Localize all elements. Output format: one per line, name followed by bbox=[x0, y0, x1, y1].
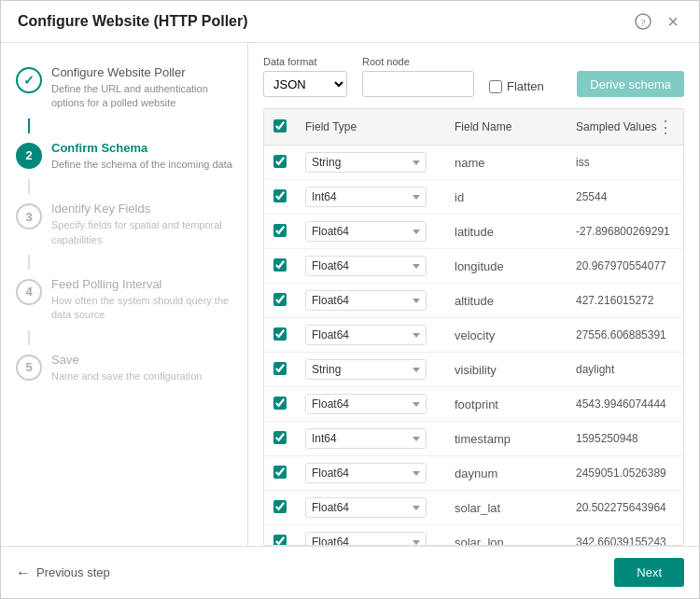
field-name-cell: longitude bbox=[445, 249, 567, 284]
select-all-checkbox[interactable] bbox=[273, 119, 287, 132]
root-node-input[interactable] bbox=[362, 71, 474, 97]
step-1-indicator: ✓ bbox=[16, 67, 42, 93]
step-4-content: Feed Polling Interval How often the syst… bbox=[51, 277, 232, 323]
row-checkbox[interactable] bbox=[273, 362, 287, 375]
row-checkbox[interactable] bbox=[273, 431, 287, 444]
table-row: StringInt64Float64BooleanDateDateOnlyTim… bbox=[264, 387, 683, 422]
close-icon[interactable]: × bbox=[664, 12, 682, 31]
field-type-select[interactable]: StringInt64Float64BooleanDateDateOnlyTim… bbox=[305, 152, 427, 173]
field-type-cell: StringInt64Float64BooleanDateDateOnlyTim… bbox=[296, 456, 445, 491]
field-type-cell: StringInt64Float64BooleanDateDateOnlyTim… bbox=[296, 525, 445, 547]
field-type-select[interactable]: StringInt64Float64BooleanDateDateOnlyTim… bbox=[305, 256, 427, 276]
row-checkbox-cell bbox=[264, 353, 296, 387]
row-checkbox[interactable] bbox=[273, 258, 287, 272]
field-type-cell: StringInt64Float64BooleanDateDateOnlyTim… bbox=[296, 491, 445, 525]
table-row: StringInt64Float64BooleanDateDateOnlyTim… bbox=[264, 456, 683, 491]
column-more-icon[interactable]: ⋮ bbox=[657, 117, 674, 137]
sampled-value-cell: iss bbox=[567, 146, 683, 180]
field-type-select[interactable]: StringInt64Float64BooleanDateDateOnlyTim… bbox=[305, 325, 427, 345]
field-type-cell: StringInt64Float64BooleanDateDateOnlyTim… bbox=[296, 387, 445, 422]
step-4-title: Feed Polling Interval bbox=[51, 277, 232, 291]
step-4-indicator: 4 bbox=[16, 279, 42, 305]
field-type-select[interactable]: StringInt64Float64BooleanDateDateOnlyTim… bbox=[305, 187, 427, 207]
field-type-select[interactable]: StringInt64Float64BooleanDateDateOnlyTim… bbox=[305, 463, 427, 483]
row-checkbox[interactable] bbox=[273, 189, 287, 202]
field-type-select[interactable]: StringInt64Float64BooleanDateDateOnlyTim… bbox=[305, 221, 427, 242]
step-1: ✓ Configure Website Poller Define the UR… bbox=[1, 58, 247, 118]
row-checkbox[interactable] bbox=[273, 155, 287, 168]
field-name-cell: footprint bbox=[445, 387, 567, 422]
row-checkbox[interactable] bbox=[273, 500, 287, 513]
field-type-cell: StringInt64Float64BooleanDateDateOnlyTim… bbox=[296, 180, 445, 215]
field-type-select[interactable]: StringInt64Float64BooleanDateDateOnlyTim… bbox=[305, 428, 427, 449]
table-row: StringInt64Float64BooleanDateDateOnlyTim… bbox=[264, 180, 683, 215]
sampled-values-label: Sampled Values bbox=[576, 120, 657, 133]
field-type-select[interactable]: StringInt64Float64BooleanDateDateOnlyTim… bbox=[305, 532, 427, 546]
row-checkbox-cell bbox=[264, 422, 296, 456]
dialog-title: Configure Website (HTTP Poller) bbox=[18, 13, 248, 30]
table-row: StringInt64Float64BooleanDateDateOnlyTim… bbox=[264, 353, 683, 387]
help-icon[interactable]: ? bbox=[634, 12, 652, 31]
step-3-content: Identify Key Fields Specify fields for s… bbox=[51, 202, 232, 247]
field-type-select[interactable]: StringInt64Float64BooleanDateDateOnlyTim… bbox=[305, 359, 427, 380]
step-2-title: Confirm Schema bbox=[51, 141, 232, 155]
step-5: 5 Save Name and save the configuration bbox=[1, 345, 247, 391]
previous-step-button[interactable]: ← Previous step bbox=[16, 564, 110, 581]
sampled-value-cell: 1595250948 bbox=[567, 422, 683, 456]
table-header-row: Field Type Field Name Sampled Values ⋮ bbox=[264, 109, 683, 146]
field-type-cell: StringInt64Float64BooleanDateDateOnlyTim… bbox=[296, 249, 445, 284]
step-5-indicator: 5 bbox=[16, 355, 42, 381]
field-type-cell: StringInt64Float64BooleanDateDateOnlyTim… bbox=[296, 215, 445, 249]
next-button[interactable]: Next bbox=[614, 558, 684, 587]
row-checkbox-cell bbox=[264, 215, 296, 249]
table-row: StringInt64Float64BooleanDateDateOnlyTim… bbox=[264, 215, 683, 249]
table-body: StringInt64Float64BooleanDateDateOnlyTim… bbox=[264, 146, 683, 547]
prev-arrow-icon: ← bbox=[16, 564, 31, 581]
th-checkbox bbox=[264, 109, 296, 146]
table-row: StringInt64Float64BooleanDateDateOnlyTim… bbox=[264, 284, 683, 318]
dialog-footer: ← Previous step Next bbox=[1, 546, 699, 598]
data-format-select[interactable]: JSON XML CSV bbox=[263, 71, 347, 97]
field-name-cell: visibility bbox=[445, 353, 567, 387]
row-checkbox[interactable] bbox=[273, 327, 287, 341]
row-checkbox-cell bbox=[264, 387, 296, 422]
schema-table: Field Type Field Name Sampled Values ⋮ S… bbox=[264, 109, 683, 546]
row-checkbox-cell bbox=[264, 456, 296, 491]
step-2-number: 2 bbox=[25, 148, 32, 162]
field-name-cell: name bbox=[445, 146, 567, 180]
row-checkbox[interactable] bbox=[273, 397, 287, 410]
step-2: 2 Confirm Schema Define the schema of th… bbox=[1, 133, 247, 179]
sampled-value-cell: 4543.9946074444 bbox=[567, 387, 683, 422]
table-row: StringInt64Float64BooleanDateDateOnlyTim… bbox=[264, 525, 683, 547]
row-checkbox[interactable] bbox=[273, 466, 287, 479]
table-row: StringInt64Float64BooleanDateDateOnlyTim… bbox=[264, 422, 683, 456]
derive-schema-button[interactable]: Derive schema bbox=[577, 71, 684, 97]
row-checkbox-cell bbox=[264, 491, 296, 525]
table-row: StringInt64Float64BooleanDateDateOnlyTim… bbox=[264, 318, 683, 353]
flatten-checkbox[interactable] bbox=[489, 80, 502, 93]
row-checkbox-cell bbox=[264, 146, 296, 180]
field-type-select[interactable]: StringInt64Float64BooleanDateDateOnlyTim… bbox=[305, 497, 427, 518]
step-4: 4 Feed Polling Interval How often the sy… bbox=[1, 270, 247, 330]
field-type-select[interactable]: StringInt64Float64BooleanDateDateOnlyTim… bbox=[305, 394, 427, 414]
row-checkbox[interactable] bbox=[273, 535, 287, 547]
th-field-name: Field Name bbox=[445, 109, 567, 146]
sampled-value-cell: daylight bbox=[567, 353, 683, 387]
field-name-cell: id bbox=[445, 180, 567, 215]
flatten-group: Flatten bbox=[489, 79, 544, 93]
svg-text:?: ? bbox=[641, 17, 646, 28]
step-5-title: Save bbox=[51, 353, 232, 367]
field-name-cell: velocity bbox=[445, 318, 567, 353]
sampled-value-cell: 342.66039155243 bbox=[567, 525, 683, 547]
row-checkbox[interactable] bbox=[273, 224, 287, 237]
connector-3-4 bbox=[28, 255, 30, 270]
sampled-value-cell: 2459051.0526389 bbox=[567, 456, 683, 491]
connector-1-2 bbox=[28, 118, 30, 133]
row-checkbox[interactable] bbox=[273, 293, 287, 306]
step-4-desc: How often the system should query the da… bbox=[51, 294, 232, 323]
sidebar: ✓ Configure Website Poller Define the UR… bbox=[1, 43, 248, 546]
field-type-select[interactable]: StringInt64Float64BooleanDateDateOnlyTim… bbox=[305, 290, 427, 311]
field-type-cell: StringInt64Float64BooleanDateDateOnlyTim… bbox=[296, 146, 445, 180]
step-5-number: 5 bbox=[25, 360, 32, 374]
step-3-title: Identify Key Fields bbox=[51, 202, 232, 216]
